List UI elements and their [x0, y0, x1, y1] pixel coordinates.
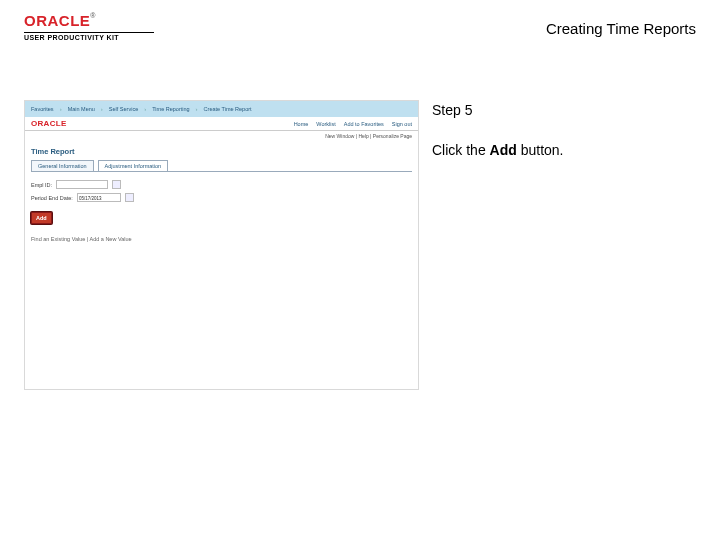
app-util-links: Home Worklist Add to Favorites Sign out: [294, 121, 412, 127]
breadcrumb-item[interactable]: Main Menu: [68, 106, 95, 112]
breadcrumb-sep: ›: [196, 106, 198, 112]
signout-link[interactable]: Sign out: [392, 121, 412, 127]
page-title: Creating Time Reports: [546, 20, 696, 37]
oracle-logo: ORACLE® USER PRODUCTIVITY KIT: [24, 12, 154, 41]
period-end-input[interactable]: 05/17/2013: [77, 193, 121, 202]
info-line: New Window | Help | Personalize Page: [25, 131, 418, 141]
worklist-link[interactable]: Worklist: [316, 121, 335, 127]
emplid-input[interactable]: [56, 180, 108, 189]
tab-general-info[interactable]: General Information: [31, 160, 94, 171]
brand-tm: ®: [90, 12, 95, 19]
instruction-pre: Click the: [432, 142, 490, 158]
breadcrumb-item[interactable]: Self Service: [109, 106, 138, 112]
instruction-bold: Add: [490, 142, 517, 158]
breadcrumb-item[interactable]: Time Reporting: [152, 106, 189, 112]
breadcrumb-sep: ›: [60, 106, 62, 112]
add-button[interactable]: Add: [31, 212, 52, 224]
breadcrumb-item[interactable]: Create Time Report: [204, 106, 252, 112]
page-header: ORACLE® USER PRODUCTIVITY KIT Creating T…: [24, 12, 696, 52]
breadcrumb-item[interactable]: Favorites: [31, 106, 54, 112]
brand-subtitle: USER PRODUCTIVITY KIT: [24, 34, 154, 41]
footer-note: Find an Existing Value | Add a New Value: [25, 236, 418, 242]
instruction-line: Click the Add button.: [432, 140, 696, 162]
breadcrumb-sep: ›: [144, 106, 146, 112]
tab-underline: [31, 171, 412, 172]
calendar-icon[interactable]: [125, 193, 134, 202]
step-label: Step 5: [432, 100, 696, 122]
lookup-icon[interactable]: [112, 180, 121, 189]
section-heading: Time Report: [25, 141, 418, 160]
emplid-label: Empl ID:: [31, 182, 52, 188]
brand-word: ORACLE: [24, 12, 90, 29]
period-end-label: Period End Date:: [31, 195, 73, 201]
breadcrumb-bar: Favorites › Main Menu › Self Service › T…: [25, 101, 418, 117]
app-brand-word: ORACLE: [31, 119, 67, 128]
tab-row: General Information Adjustment Informati…: [25, 160, 418, 171]
emplid-row: Empl ID:: [25, 178, 418, 191]
period-end-row: Period End Date: 05/17/2013: [25, 191, 418, 204]
embedded-screenshot: Favorites › Main Menu › Self Service › T…: [24, 100, 419, 390]
breadcrumb-sep: ›: [101, 106, 103, 112]
brand-divider: [24, 32, 154, 33]
home-link[interactable]: Home: [294, 121, 309, 127]
instruction-panel: Step 5 Click the Add button.: [432, 100, 696, 179]
instruction-post: button.: [517, 142, 564, 158]
favorites-link[interactable]: Add to Favorites: [344, 121, 384, 127]
tab-adjustment-info[interactable]: Adjustment Information: [98, 160, 169, 171]
app-logo-bar: ORACLE Home Worklist Add to Favorites Si…: [25, 117, 418, 131]
